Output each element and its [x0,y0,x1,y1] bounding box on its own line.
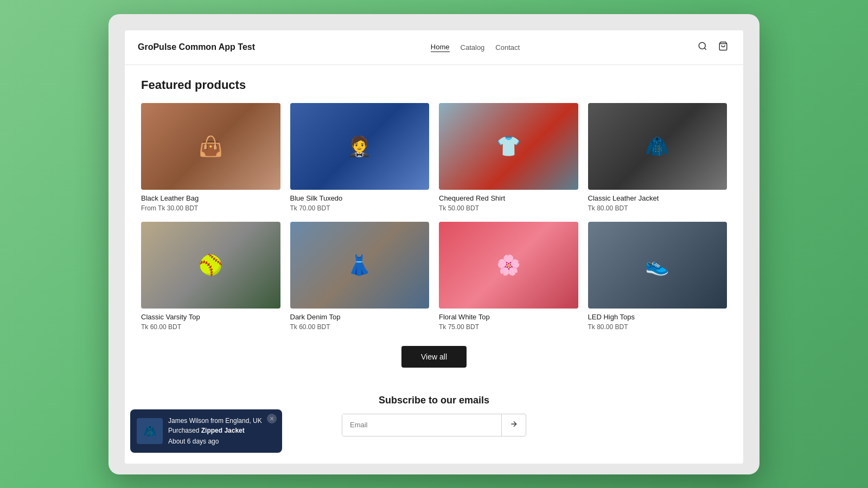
product-card[interactable]: 👜 Black Leather Bag From Tk 30.00 BDT [141,103,280,212]
toast-action: Purchased [168,427,199,434]
product-name: LED High Tops [588,313,727,321]
product-price: From Tk 30.00 BDT [141,204,280,212]
search-button[interactable] [695,39,710,56]
product-figure: 🌸 [439,222,578,309]
svg-point-0 [699,42,705,49]
product-price: Tk 80.00 BDT [588,204,727,212]
cart-icon [718,41,728,51]
view-all-button[interactable]: View all [401,346,467,368]
toast-close-button[interactable]: × [267,414,277,423]
products-grid: 👜 Black Leather Bag From Tk 30.00 BDT 🤵 … [141,103,727,331]
product-name: Dark Denim Top [290,313,430,321]
product-figure: 👟 [588,222,727,309]
product-name: Floral White Top [439,313,578,321]
product-name: Classic Varsity Top [141,313,280,321]
subscribe-button[interactable] [501,414,526,436]
search-icon [698,41,707,51]
product-image: 🧥 [588,103,727,190]
svg-line-1 [704,48,706,49]
product-name: Classic Leather Jacket [588,194,727,202]
product-name: Black Leather Bag [141,194,280,202]
arrow-right-icon [509,420,518,428]
product-card[interactable]: 👕 Chequered Red Shirt Tk 50.00 BDT [439,103,578,212]
subscribe-title: Subscribe to our emails [141,395,727,406]
product-card[interactable]: 🥎 Classic Varsity Top Tk 60.00 BDT [141,222,280,331]
purchase-notification: 🧥 James Wilson from England, UK Purchase… [130,409,282,453]
product-card[interactable]: 👗 Dark Denim Top Tk 60.00 BDT [290,222,430,331]
product-image: 👟 [588,222,727,309]
product-price: Tk 60.00 BDT [290,323,430,331]
product-image: 👕 [439,103,578,190]
product-price: Tk 70.00 BDT [290,204,430,212]
featured-title: Featured products [141,78,727,92]
view-all-container: View all [141,346,727,368]
toast-time: About 6 days ago [168,436,276,446]
product-figure: 🤵 [290,103,430,190]
product-card[interactable]: 🧥 Classic Leather Jacket Tk 80.00 BDT [588,103,727,212]
product-price: Tk 50.00 BDT [439,204,578,212]
toast-product: Zipped Jacket [201,427,245,434]
subscribe-form [342,414,526,436]
nav-contact[interactable]: Contact [495,43,520,52]
product-image: 🌸 [439,222,578,309]
product-figure: 👕 [439,103,578,190]
toast-product-image: 🧥 [137,418,163,444]
product-figure: 🧥 [588,103,727,190]
product-card[interactable]: 🤵 Blue Silk Tuxedo Tk 70.00 BDT [290,103,430,212]
product-card[interactable]: 👟 LED High Tops Tk 80.00 BDT [588,222,727,331]
product-name: Chequered Red Shirt [439,194,578,202]
toast-message: James Wilson from England, UK Purchased … [168,416,276,435]
nav-home[interactable]: Home [431,43,450,52]
product-image: 🤵 [290,103,430,190]
product-card[interactable]: 🌸 Floral White Top Tk 75.00 BDT [439,222,578,331]
toast-content: James Wilson from England, UK Purchased … [168,416,276,446]
cart-button[interactable] [716,39,730,56]
product-image: 👗 [290,222,430,309]
product-name: Blue Silk Tuxedo [290,194,430,202]
email-input[interactable] [342,414,501,436]
nav-links: Home Catalog Contact [431,43,520,52]
brand-name: GroPulse Common App Test [138,42,255,52]
product-image: 👜 [141,103,280,190]
product-image: 🥎 [141,222,280,309]
nav-actions [695,39,730,56]
navbar: GroPulse Common App Test Home Catalog Co… [125,30,743,65]
main-content: Featured products 👜 Black Leather Bag Fr… [125,65,743,464]
product-price: Tk 80.00 BDT [588,323,727,331]
product-figure: 🥎 [141,222,280,309]
product-price: Tk 60.00 BDT [141,323,280,331]
toast-customer: James Wilson from England, UK [168,417,262,425]
product-figure: 👗 [290,222,430,309]
product-price: Tk 75.00 BDT [439,323,578,331]
nav-catalog[interactable]: Catalog [461,43,485,52]
product-figure: 👜 [141,103,280,190]
